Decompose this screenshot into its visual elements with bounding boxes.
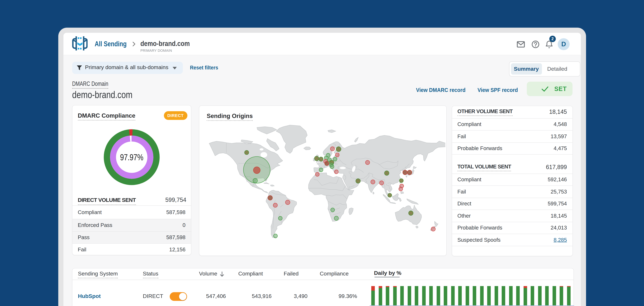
svg-text:97.97%: 97.97%: [120, 152, 144, 162]
